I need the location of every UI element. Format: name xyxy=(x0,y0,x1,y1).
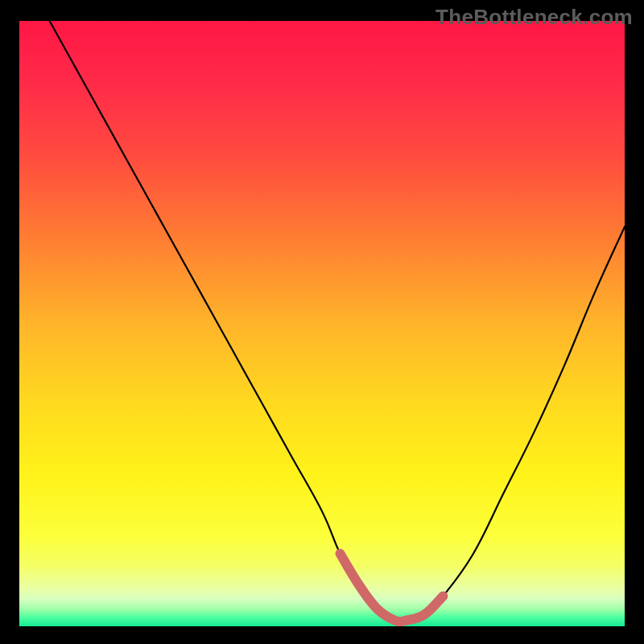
gradient-background xyxy=(19,21,625,626)
bottleneck-curve-chart xyxy=(19,21,625,626)
chart-container xyxy=(19,21,625,626)
watermark-text: TheBottleneck.com xyxy=(436,5,633,30)
